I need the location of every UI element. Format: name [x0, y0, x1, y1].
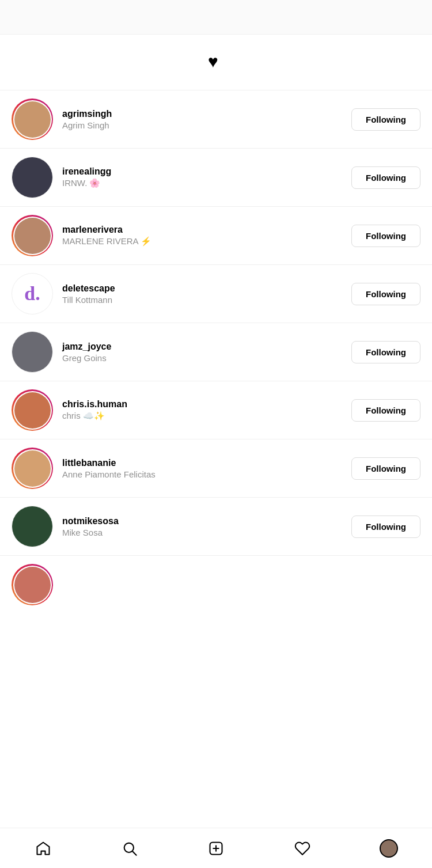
username[interactable]: jamz_joyce	[62, 342, 351, 352]
full-name: IRNW. 🌸	[62, 178, 351, 188]
add-icon	[208, 840, 224, 856]
home-icon	[35, 840, 51, 856]
avatar-wrap[interactable]	[12, 331, 53, 373]
avatar: d.	[12, 273, 53, 314]
follow-button[interactable]: Following	[351, 341, 420, 363]
full-name: Mike Sosa	[62, 528, 351, 537]
follow-button[interactable]: Following	[351, 166, 420, 189]
follow-button[interactable]: Following	[351, 225, 420, 247]
likes-count-row: ♥	[208, 52, 224, 71]
username[interactable]: chris.is.human	[62, 399, 351, 410]
follow-button[interactable]: Following	[351, 108, 420, 131]
avatar-wrap[interactable]	[12, 389, 53, 431]
avatar-wrap[interactable]	[12, 98, 53, 140]
user-info: deletescape Till Kottmann	[62, 283, 351, 305]
full-name: MARLENE RIVERA ⚡	[62, 236, 351, 247]
follow-button[interactable]: Following	[351, 516, 420, 538]
list-item: chris.is.human chris ☁️✨ Following	[0, 381, 432, 439]
heart-icon: ♥	[208, 52, 218, 71]
list-item: jamz_joyce Greg Goins Following	[0, 323, 432, 381]
avatar-ring	[12, 448, 53, 489]
follow-button[interactable]: Following	[351, 399, 420, 422]
search-icon	[122, 840, 138, 856]
username[interactable]: agrimsingh	[62, 109, 351, 119]
avatar-wrap[interactable]	[12, 506, 53, 547]
list-item: irenealingg IRNW. 🌸 Following	[0, 149, 432, 207]
avatar-wrap[interactable]	[12, 215, 53, 256]
username[interactable]: irenealingg	[62, 166, 351, 177]
avatar	[14, 218, 51, 254]
user-info: jamz_joyce Greg Goins	[62, 342, 351, 363]
list-item: d. deletescape Till Kottmann Following	[0, 265, 432, 323]
header	[0, 0, 432, 35]
avatar	[12, 506, 53, 547]
full-name: Till Kottmann	[62, 295, 351, 305]
username[interactable]: marlenerivera	[62, 225, 351, 235]
profile-avatar	[380, 839, 398, 858]
avatar	[12, 331, 53, 373]
avatar-ring	[12, 215, 53, 256]
follow-button[interactable]: Following	[351, 283, 420, 305]
avatar-wrap[interactable]	[12, 157, 53, 198]
user-info: notmikesosa Mike Sosa	[62, 516, 351, 537]
list-item: marlenerivera MARLENE RIVERA ⚡ Following	[0, 207, 432, 265]
nav-search[interactable]	[115, 834, 144, 863]
full-name: Agrim Singh	[62, 120, 351, 130]
user-list: agrimsingh Agrim Singh Following ireneal…	[0, 90, 432, 556]
full-name: Anne Piamonte Felicitas	[62, 469, 351, 479]
likes-icon	[294, 840, 310, 856]
avatar-ring	[12, 389, 53, 431]
avatar	[14, 101, 51, 138]
list-item: notmikesosa Mike Sosa Following	[0, 498, 432, 556]
username[interactable]: deletescape	[62, 283, 351, 294]
avatar-ring	[12, 98, 53, 140]
nav-profile[interactable]	[374, 834, 403, 863]
user-info: agrimsingh Agrim Singh	[62, 109, 351, 130]
username[interactable]: littlebananie	[62, 458, 351, 468]
user-info: marlenerivera MARLENE RIVERA ⚡	[62, 225, 351, 247]
nav-likes[interactable]	[288, 834, 317, 863]
follow-button[interactable]: Following	[351, 457, 420, 480]
user-info: littlebananie Anne Piamonte Felicitas	[62, 458, 351, 479]
avatar-wrap[interactable]: d.	[12, 273, 53, 314]
nav-add[interactable]	[202, 834, 230, 863]
avatar	[12, 157, 53, 198]
svg-line-1	[132, 851, 136, 855]
user-info: irenealingg IRNW. 🌸	[62, 166, 351, 188]
user-info: chris.is.human chris ☁️✨	[62, 399, 351, 421]
list-item: agrimsingh Agrim Singh Following	[0, 90, 432, 149]
avatar	[14, 450, 51, 487]
avatar-wrap[interactable]	[12, 448, 53, 489]
likes-summary: ♥	[0, 35, 432, 90]
list-item: littlebananie Anne Piamonte Felicitas Fo…	[0, 439, 432, 498]
bottom-nav	[0, 828, 432, 868]
partial-list-item	[0, 556, 432, 613]
avatar	[14, 392, 51, 429]
full-name: Greg Goins	[62, 353, 351, 363]
username[interactable]: notmikesosa	[62, 516, 351, 526]
full-name: chris ☁️✨	[62, 411, 351, 421]
nav-home[interactable]	[29, 834, 58, 863]
